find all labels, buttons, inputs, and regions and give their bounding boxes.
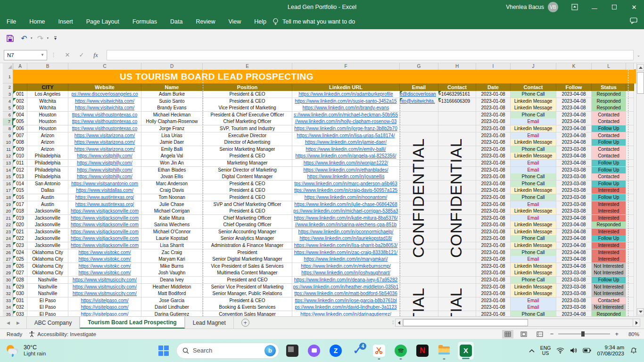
cell-overflow[interactable]	[626, 132, 634, 140]
cell-city[interactable]: Houston	[27, 112, 68, 119]
cell-date[interactable]: 2023-01-08	[476, 167, 511, 174]
column-header[interactable]: K	[556, 63, 592, 70]
cell-contact-method[interactable]: Email	[511, 201, 556, 208]
cell-date[interactable]: 2023-01-08	[476, 146, 511, 153]
cell-linkedin-url[interactable]: https://www.linkedin.com/in/darinagutier…	[292, 311, 400, 316]
cell-contact-method[interactable]: Linkedin Message	[511, 125, 556, 132]
cell-follow-date[interactable]: 2023-04-08	[556, 263, 592, 270]
column-header[interactable]: D	[141, 63, 203, 70]
cell-date[interactable]: 2023-01-08	[476, 229, 511, 236]
cell-email[interactable]	[400, 105, 438, 112]
row-number[interactable]: 12	[3, 153, 13, 160]
cell-website[interactable]: https://www.visitjacksonville.com	[68, 229, 141, 236]
tab-split-handle[interactable]: ⁞	[392, 320, 393, 325]
taskbar-app-chat[interactable]	[305, 341, 322, 360]
cell-follow-date[interactable]: 2023-03-08	[556, 181, 592, 188]
cell-date[interactable]: 2023-01-08	[476, 249, 511, 256]
cell-position[interactable]: Director of Advertising	[203, 139, 292, 146]
cell-position[interactable]: Senior Digital Marketing Manager	[203, 256, 292, 263]
row-number[interactable]: 9	[3, 132, 13, 140]
cell-city[interactable]: Arizon	[27, 139, 68, 146]
cell-city[interactable]: Jacksonville	[27, 222, 68, 229]
cell-date[interactable]: 2023-01-08	[476, 311, 511, 316]
cell-linkedin-url[interactable]: ttps://www.linkedin.com/in/matt-bodiford…	[292, 290, 400, 297]
cell-contact-number[interactable]: +16463295161	[438, 91, 476, 98]
cell-position[interactable]: Chief Operating Officer	[203, 222, 292, 229]
cell-city[interactable]: El Paso	[27, 311, 68, 316]
column-header[interactable]: A	[13, 63, 27, 70]
cell-website[interactable]: ttps://www.visithoustontexas.co	[68, 112, 141, 119]
cell-status[interactable]: Responded	[592, 311, 626, 316]
cell-contact-method[interactable]: Linkedin Message	[511, 270, 556, 277]
cell-id[interactable]: 032	[13, 304, 27, 311]
cell-name[interactable]: Maryam Kari	[141, 256, 203, 263]
cell-website[interactable]: https://www.visitdallas.com/	[68, 187, 141, 194]
cell-status[interactable]: Interested	[592, 208, 626, 215]
cell-linkedin-url[interactable]: https://www.linkedin.com/in/deana-ivey-6…	[292, 277, 400, 284]
cell-id[interactable]: 022	[13, 235, 27, 242]
cell-contact-number[interactable]	[438, 118, 476, 125]
vertical-scroll-thumb[interactable]	[637, 72, 644, 94]
cell-position[interactable]: SVP and Chief Marketing Officer	[203, 201, 292, 208]
cell-position[interactable]: Vice President of Marketing	[203, 105, 292, 112]
cell-follow-date[interactable]: 2023-04-08	[556, 256, 592, 263]
cell-follow-date[interactable]: 2023-04-08	[556, 98, 592, 105]
cell-contact-method[interactable]: Email	[511, 118, 556, 125]
cell-linkedin-url[interactable]: https://www.linkedin.com/in/susie-santo-…	[292, 98, 400, 105]
cell-follow-date[interactable]: 2023-03-08	[556, 290, 592, 297]
cell-overflow[interactable]	[626, 160, 634, 167]
cell-name[interactable]: Mike Burns	[141, 263, 203, 270]
cell-status[interactable]: Not Interested	[592, 290, 626, 297]
cell-position[interactable]: President & CEO	[203, 208, 292, 215]
cell-date[interactable]: 2023-01-08	[476, 139, 511, 146]
cell-name[interactable]: Adam Burke	[141, 91, 203, 98]
cell-id[interactable]: 014	[13, 181, 27, 188]
row-number[interactable]: 4	[3, 98, 13, 105]
header-contact-method[interactable]: Contact	[511, 83, 556, 91]
cell-website[interactable]: https://www.visitphilly.com/	[68, 153, 141, 160]
cell-date[interactable]: 2023-01-08	[476, 201, 511, 208]
cell-contact-method[interactable]: Phone Call	[511, 173, 556, 181]
cell-status[interactable]: Interested	[592, 201, 626, 208]
cell-position[interactable]: President & CEO	[203, 98, 292, 105]
cell-follow-date[interactable]: 2023-04-08	[556, 105, 592, 112]
cell-date[interactable]: 2023-01-08	[476, 118, 511, 125]
cell-name[interactable]: Holly Clapham-Rosenow	[141, 118, 203, 125]
cell-status[interactable]: Contacted	[592, 118, 626, 125]
cell-city[interactable]: Jacksonville	[27, 229, 68, 236]
cell-contact-method[interactable]: Linkedin Message	[511, 284, 556, 291]
cell-contact-method[interactable]: Phone Call	[511, 91, 556, 98]
row-number[interactable]: 13	[3, 160, 13, 167]
cell-linkedin-url[interactable]: ps://www.linkedin.com/in/david-lindhuber…	[292, 304, 400, 311]
cell-status[interactable]: Responded	[592, 91, 626, 98]
cell-id[interactable]: 008	[13, 139, 27, 146]
cell-email[interactable]	[400, 112, 438, 119]
cell-id[interactable]: 018	[13, 208, 27, 215]
cell-overflow[interactable]	[626, 263, 634, 270]
redo-icon[interactable]: ↷	[34, 33, 47, 44]
cell-date[interactable]: 2023-01-08	[476, 297, 511, 304]
row-number[interactable]: 19	[3, 201, 13, 208]
cell-website[interactable]: ttps://www.visithoustontexas.co	[68, 118, 141, 125]
row-number[interactable]: 1	[3, 70, 13, 83]
cell-status[interactable]: Contacted	[592, 112, 626, 119]
header-linkedin[interactable]: Linkedin URL	[292, 83, 400, 91]
cell-city[interactable]: El Paso	[27, 304, 68, 311]
zoom-slider[interactable]	[558, 334, 610, 334]
cell-overflow[interactable]	[626, 194, 634, 201]
cell-contact-method[interactable]: Phone Call	[511, 146, 556, 153]
cell-id[interactable]: 012	[13, 167, 27, 174]
new-sheet-icon[interactable]: +	[241, 319, 249, 327]
cell-city[interactable]: Nashville	[27, 277, 68, 284]
cell-website[interactable]: https://visitelpaso.com/	[68, 304, 141, 311]
cell-date[interactable]: 2023-01-08	[476, 153, 511, 160]
cell-linkedin-url[interactable]: //www.linkedin.com/in/holly-clapham-rose…	[292, 118, 400, 125]
column-header[interactable]: B	[27, 63, 68, 70]
cell-name[interactable]: Tom Noonan	[141, 194, 203, 201]
cell-follow-date[interactable]: 2023-04-08	[556, 160, 592, 167]
cell-website[interactable]: https://www.visitmusiccity.com/	[68, 284, 141, 291]
cell-website[interactable]: https://www.visitarizona.com/	[68, 139, 141, 146]
cell-position[interactable]: President & CEO	[203, 91, 292, 98]
cell-name[interactable]: Jorge Franz	[141, 125, 203, 132]
row-number[interactable]: 22	[3, 222, 13, 229]
